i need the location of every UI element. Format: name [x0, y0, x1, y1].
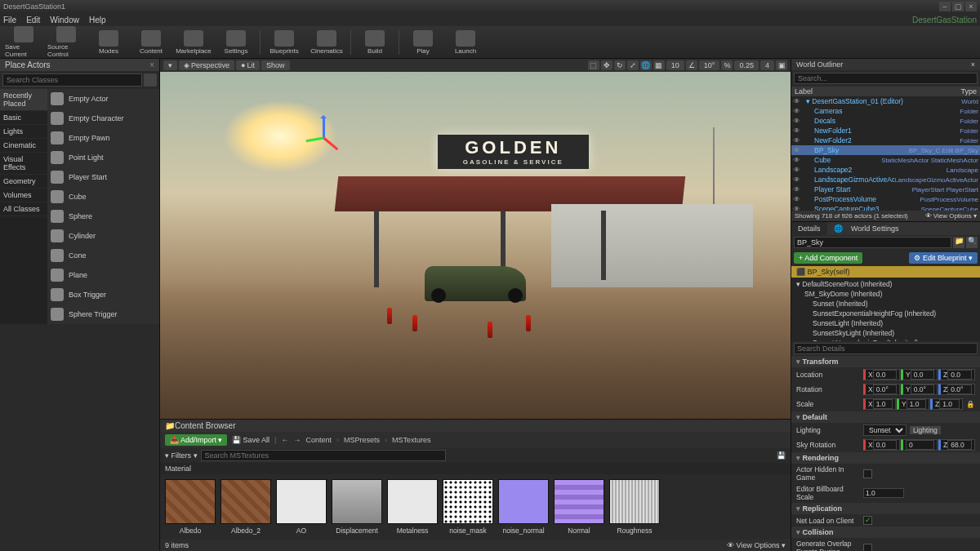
asset-albedo_2[interactable]: Albedo_2 — [220, 479, 271, 535]
add-component-button[interactable]: + Add Component — [794, 252, 862, 264]
transform-select-icon[interactable]: ⬚ — [588, 60, 599, 70]
lock-icon[interactable]: 🔒 — [966, 400, 975, 408]
details-search[interactable] — [794, 343, 978, 354]
asset-normal[interactable]: Normal — [554, 479, 604, 535]
transform-scale-icon[interactable]: ⤢ — [627, 60, 639, 70]
outliner-row[interactable]: 👁NewFolder1Folder — [791, 126, 980, 136]
component-item[interactable]: Sunset (Inherited) — [791, 299, 980, 309]
category-lights[interactable]: Lights — [0, 125, 47, 139]
scale-input[interactable]: X 1.0 Y 1.0 Z 1.0 — [863, 398, 963, 410]
outliner-row[interactable]: 👁PostProcessVolumePostProcessVolume — [791, 194, 980, 204]
visibility-icon[interactable]: 👁 — [793, 195, 803, 203]
actor-empty-actor[interactable]: Empty Actor — [47, 89, 159, 109]
outliner-row[interactable]: 👁▾ DesertGasStation_01 (Editor)World — [791, 96, 980, 106]
toolbar-save-button[interactable]: Save Current — [5, 26, 42, 58]
outliner-row[interactable]: 👁CubeStaticMeshActor StaticMeshActor — [791, 155, 980, 165]
category-basic[interactable]: Basic — [0, 111, 47, 125]
category-geometry[interactable]: Geometry — [0, 175, 47, 189]
filters-button[interactable]: ▾ Filters ▾ — [165, 451, 198, 460]
overlap-checkbox[interactable] — [863, 544, 872, 552]
category-volumes[interactable]: Volumes — [0, 189, 47, 202]
camera-speed[interactable]: 4 — [760, 60, 774, 70]
show-button[interactable]: Show — [261, 60, 290, 70]
asset-ao[interactable]: AO — [276, 479, 327, 535]
category-rendering[interactable]: Rendering — [791, 452, 980, 464]
search-icon[interactable] — [144, 73, 157, 87]
visibility-icon[interactable]: 👁 — [793, 156, 803, 164]
breadcrumb[interactable]: MSTextures — [392, 436, 431, 444]
component-item[interactable]: SM_SkyDome (Inherited) — [791, 289, 980, 299]
outliner-row[interactable]: 👁BP_SkyBP_Sky_C Edit BP_Sky — [791, 145, 980, 155]
category-visual-effects[interactable]: Visual Effects — [0, 153, 47, 175]
actor-box-trigger[interactable]: Box Trigger — [47, 285, 159, 304]
toolbar-source-button[interactable]: Source Control — [47, 26, 85, 58]
hidden-checkbox[interactable] — [863, 469, 872, 478]
category-collision[interactable]: Collision — [791, 527, 980, 538]
grid-snap-value[interactable]: 10 — [666, 60, 684, 70]
viewport-menu-button[interactable]: ▾ — [163, 60, 177, 70]
place-actors-search[interactable] — [2, 73, 142, 87]
transform-rotate-icon[interactable]: ↻ — [614, 60, 626, 70]
save-asset-icon[interactable]: 💾 — [777, 451, 786, 460]
actor-sphere[interactable]: Sphere — [47, 207, 159, 226]
menu-edit[interactable]: Edit — [26, 16, 40, 24]
actor-player-start[interactable]: Player Start — [47, 167, 159, 187]
visibility-icon[interactable]: 👁 — [793, 97, 803, 105]
netload-checkbox[interactable] — [863, 516, 872, 525]
tab-world-settings[interactable]: 🌐 World Settings — [827, 222, 912, 235]
asset-metalness[interactable]: Metalness — [387, 479, 438, 535]
visibility-icon[interactable]: 👁 — [793, 136, 803, 144]
asset-noise_normal[interactable]: noise_normal — [498, 479, 549, 535]
actor-name-field[interactable] — [794, 237, 951, 248]
save-all-button[interactable]: 💾 Save All — [232, 436, 270, 444]
outliner-row[interactable]: 👁CamerasFolder — [791, 106, 980, 116]
visibility-icon[interactable]: 👁 — [793, 185, 803, 193]
scale-snap-icon[interactable]: % — [721, 60, 733, 70]
asset-noise_mask[interactable]: noise_mask — [443, 479, 493, 535]
scale-snap-value[interactable]: 0.25 — [734, 60, 759, 70]
location-input[interactable]: X 0.0 Y 0.0 Z 0.0 — [863, 369, 975, 380]
minimize-button[interactable]: – — [939, 2, 951, 11]
sky-rotation-input[interactable]: X 0.0 0 Z 68.0 — [863, 439, 975, 451]
actor-sphere-trigger[interactable]: Sphere Trigger — [47, 304, 159, 324]
edit-blueprint-button[interactable]: ⚙ Edit Blueprint ▾ — [909, 252, 978, 264]
menu-help[interactable]: Help — [89, 16, 106, 24]
actor-cube[interactable]: Cube — [47, 187, 159, 207]
add-import-button[interactable]: 📥 Add/Import ▾ — [165, 434, 227, 446]
maximize-button[interactable]: ▢ — [952, 2, 964, 11]
actor-empty-pawn[interactable]: Empty Pawn — [47, 128, 159, 148]
toolbar-bp-button[interactable]: Blueprints — [265, 30, 303, 55]
actor-cone[interactable]: Cone — [47, 246, 159, 265]
visibility-icon[interactable]: 👁 — [793, 176, 803, 184]
angle-snap-value[interactable]: 10° — [699, 60, 720, 70]
nav-back-icon[interactable]: ← — [281, 436, 288, 444]
view-options-button[interactable]: 👁 View Options ▾ — [727, 541, 786, 549]
actor-cylinder[interactable]: Cylinder — [47, 226, 159, 246]
outliner-row[interactable]: 👁SceneCaptureCube3SceneCaptureCube — [791, 204, 980, 211]
category-cinematic[interactable]: Cinematic — [0, 139, 47, 153]
browse-icon[interactable]: 📁 — [953, 237, 964, 248]
maximize-viewport-icon[interactable]: ▣ — [776, 60, 787, 70]
toolbar-play-button[interactable]: Play — [404, 30, 442, 55]
menu-window[interactable]: Window — [50, 16, 79, 24]
content-browser-tab[interactable]: 📁 Content Browser — [160, 420, 791, 432]
surface-snap-icon[interactable]: ▦ — [653, 60, 665, 70]
category-all-classes[interactable]: All Classes — [0, 202, 47, 216]
transform-gizmo[interactable] — [305, 121, 340, 155]
toolbar-build-button[interactable]: Build — [356, 30, 394, 55]
menu-file[interactable]: File — [3, 16, 16, 24]
visibility-icon[interactable]: 👁 — [793, 127, 803, 135]
locate-icon[interactable]: 🔍 — [966, 237, 978, 248]
view-options-button[interactable]: 👁 View Options ▾ — [925, 212, 977, 220]
asset-displacement[interactable]: Displacement — [332, 479, 382, 535]
outliner-row[interactable]: 👁Landscape2Landscape — [791, 165, 980, 175]
outliner-row[interactable]: 👁DecalsFolder — [791, 116, 980, 126]
toolbar-settings-button[interactable]: Settings — [217, 30, 255, 55]
toolbar-launch-button[interactable]: Launch — [447, 30, 484, 55]
category-transform[interactable]: Transform — [791, 356, 980, 367]
lighting-select[interactable]: Sunset — [863, 424, 906, 436]
toolbar-market-button[interactable]: Marketplace — [175, 30, 212, 55]
component-item[interactable]: SunsetExponentialHeightFog (Inherited) — [791, 309, 980, 318]
outliner-row[interactable]: 👁LandscapeGizmoActiveActorLandscapeGizmo… — [791, 175, 980, 184]
component-item[interactable]: SunsetSkyLight (Inherited) — [791, 328, 980, 338]
